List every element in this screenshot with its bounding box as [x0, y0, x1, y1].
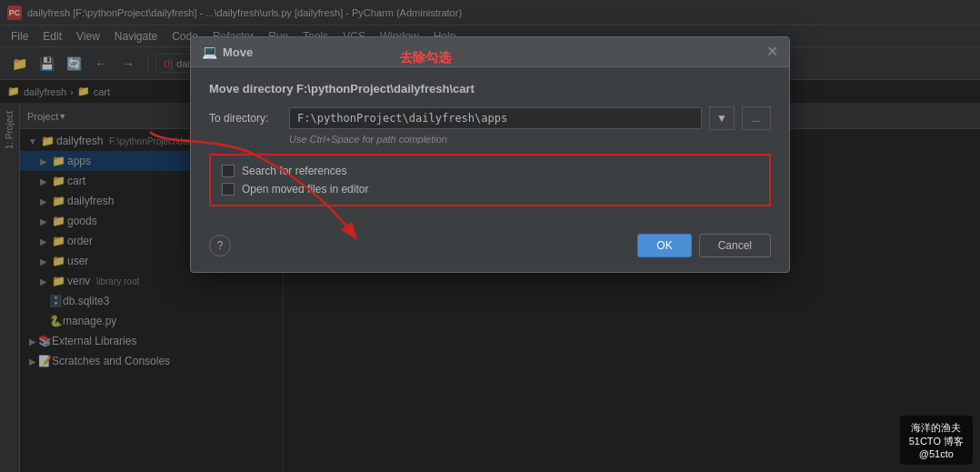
dialog-subtitle: Move directory F:\pythonProject\dailyfre…	[209, 82, 771, 95]
search-refs-label: Search for references	[242, 165, 346, 177]
watermark: 海洋的渔夫 51CTO 博客 @51cto	[900, 416, 973, 465]
cancel-button[interactable]: Cancel	[699, 234, 771, 257]
dialog-buttons: OK Cancel	[637, 234, 771, 257]
move-dialog: 💻 Move ✕ Move directory F:\pythonProject…	[190, 36, 790, 273]
to-dir-label: To directory:	[209, 112, 282, 125]
checkboxes-area: Search for references Open moved files i…	[209, 154, 771, 206]
search-refs-checkbox[interactable]	[222, 165, 235, 177]
dialog-title: Move	[223, 45, 253, 59]
to-dir-dropdown[interactable]: ▼	[709, 106, 735, 130]
search-refs-row: Search for references	[222, 165, 758, 177]
open-moved-label: Open moved files in editor	[242, 183, 368, 196]
watermark-line2: 51CTO 博客	[909, 435, 964, 448]
to-dir-input[interactable]	[289, 107, 702, 129]
path-completion-hint: Use Ctrl+Space for path completion	[289, 134, 771, 145]
watermark-line1: 海洋的渔夫	[909, 421, 964, 435]
ok-button[interactable]: OK	[637, 234, 691, 257]
to-dir-browse-button[interactable]: ...	[742, 106, 771, 130]
dialog-close-button[interactable]: ✕	[766, 45, 778, 59]
dialog-body: Move directory F:\pythonProject\dailyfre…	[191, 67, 789, 234]
dialog-title-bar: 💻 Move ✕	[191, 37, 789, 67]
dialog-footer: ? OK Cancel	[191, 234, 789, 272]
to-dir-row: To directory: ▼ ...	[209, 106, 771, 130]
open-moved-row: Open moved files in editor	[222, 183, 758, 196]
help-button[interactable]: ?	[209, 235, 231, 256]
dialog-app-icon: 💻	[202, 45, 217, 59]
open-moved-checkbox[interactable]	[222, 183, 235, 196]
dialog-overlay: 💻 Move ✕ Move directory F:\pythonProject…	[0, 0, 980, 472]
watermark-line3: @51cto	[909, 448, 964, 459]
